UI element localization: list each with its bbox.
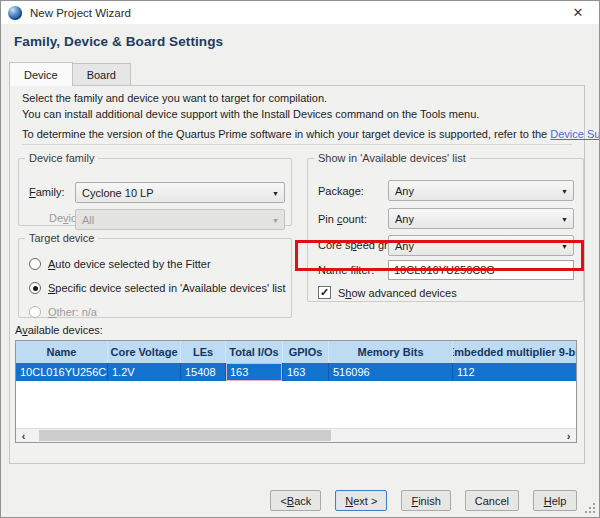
package-combobox-value: Any bbox=[395, 185, 414, 197]
tab-board[interactable]: Board bbox=[73, 63, 131, 86]
table-row-selected[interactable]: 10CL016YU256C8G 1.2V 15408 163 163 51609… bbox=[16, 363, 576, 381]
pin-count-label: Pin count: bbox=[318, 213, 367, 225]
scrollbar-track[interactable] bbox=[31, 429, 561, 442]
name-filter-label: Name filter: bbox=[318, 264, 374, 276]
column-header-embedded-multiplier[interactable]: Embedded multiplier 9-bit bbox=[452, 341, 576, 363]
resize-grip[interactable] bbox=[585, 503, 595, 513]
column-header-memory-bits[interactable]: Memory Bits bbox=[328, 341, 452, 363]
scroll-right-icon[interactable]: › bbox=[561, 429, 576, 442]
cell-les[interactable]: 15408 bbox=[180, 363, 225, 381]
column-header-core-voltage[interactable]: Core Voltage bbox=[107, 341, 180, 363]
show-advanced-devices-label: Show advanced devices bbox=[338, 287, 457, 299]
cell-name[interactable]: 10CL016YU256C8G bbox=[16, 363, 107, 381]
intro-separator bbox=[22, 144, 572, 145]
intro-line-2: You can install additional device suppor… bbox=[22, 108, 479, 120]
window-title: New Project Wizard bbox=[30, 7, 131, 19]
cell-total-ios[interactable]: 163 bbox=[225, 363, 282, 381]
cell-memory-bits[interactable]: 516096 bbox=[328, 363, 452, 381]
chevron-down-icon: ▼ bbox=[561, 216, 568, 223]
available-devices-label: Available devices: bbox=[15, 324, 103, 336]
target-device-legend: Target device bbox=[25, 232, 98, 244]
device-support-list-link[interactable]: Device Support List bbox=[550, 128, 600, 140]
intro-line-3: To determine the version of the Quartus … bbox=[22, 128, 600, 140]
name-filter-input[interactable] bbox=[388, 260, 574, 280]
show-advanced-devices-checkbox[interactable]: ✓ Show advanced devices bbox=[318, 286, 457, 299]
pin-count-combobox-value: Any bbox=[395, 213, 414, 225]
tab-bar: Device Board bbox=[9, 62, 131, 86]
package-label: Package: bbox=[318, 185, 364, 197]
column-header-gpios[interactable]: GPIOs bbox=[282, 341, 328, 363]
device-combobox: All ▼ bbox=[75, 209, 285, 230]
radio-icon bbox=[29, 258, 41, 270]
radio-other: Other: n/a bbox=[29, 306, 97, 318]
family-label: Family: bbox=[29, 186, 64, 198]
checkbox-checked-icon: ✓ bbox=[318, 286, 331, 299]
tab-device[interactable]: Device bbox=[9, 62, 73, 86]
show-filters-group: Show in 'Available devices' list Package… bbox=[307, 152, 584, 302]
column-header-total-ios[interactable]: Total I/Os bbox=[225, 341, 282, 363]
chevron-down-icon: ▼ bbox=[272, 217, 279, 224]
scroll-left-icon[interactable]: ‹ bbox=[16, 429, 31, 442]
radio-auto-device[interactable]: Auto device selected by the Fitter bbox=[29, 258, 211, 270]
radio-checked-icon bbox=[29, 282, 41, 294]
available-devices-table: Name Core Voltage LEs Total I/Os GPIOs M… bbox=[15, 340, 577, 443]
device-family-legend: Device family bbox=[25, 152, 98, 164]
device-combobox-value: All bbox=[82, 214, 94, 226]
family-combobox[interactable]: Cyclone 10 LP ▼ bbox=[75, 182, 285, 203]
column-header-name[interactable]: Name bbox=[16, 341, 107, 363]
table-header-row: Name Core Voltage LEs Total I/Os GPIOs M… bbox=[16, 341, 576, 363]
core-speed-grade-combobox-value: Any bbox=[395, 240, 414, 252]
package-combobox[interactable]: Any ▼ bbox=[388, 180, 574, 201]
horizontal-scrollbar[interactable]: ‹ › bbox=[16, 428, 576, 442]
device-family-group: Device family Family: Cyclone 10 LP ▼ De… bbox=[18, 152, 292, 226]
family-combobox-value: Cyclone 10 LP bbox=[82, 187, 154, 199]
next-button[interactable]: Next > bbox=[335, 490, 387, 511]
quartus-app-icon bbox=[8, 6, 22, 20]
back-button[interactable]: < Back bbox=[270, 490, 321, 511]
page-title: Family, Device & Board Settings bbox=[14, 34, 223, 49]
chevron-down-icon: ▼ bbox=[561, 243, 568, 250]
radio-auto-device-label: Auto device selected by the Fitter bbox=[48, 258, 211, 270]
title-bar: New Project Wizard ✕ bbox=[1, 1, 599, 24]
close-icon[interactable]: ✕ bbox=[557, 1, 599, 24]
intro-line-3-text: To determine the version of the Quartus … bbox=[22, 128, 550, 140]
intro-line-1: Select the family and device you want to… bbox=[22, 92, 327, 104]
column-header-les[interactable]: LEs bbox=[180, 341, 225, 363]
radio-other-label: Other: n/a bbox=[48, 306, 97, 318]
cell-gpios[interactable]: 163 bbox=[282, 363, 328, 381]
chevron-down-icon: ▼ bbox=[561, 188, 568, 195]
finish-button[interactable]: Finish bbox=[401, 490, 450, 511]
cancel-button[interactable]: Cancel bbox=[465, 490, 519, 511]
chevron-down-icon: ▼ bbox=[272, 190, 279, 197]
device-tab-panel: Select the family and device you want to… bbox=[9, 85, 585, 464]
cell-embedded-multiplier[interactable]: 112 bbox=[452, 363, 576, 381]
target-device-group: Target device Auto device selected by th… bbox=[18, 232, 292, 318]
help-button[interactable]: Help bbox=[533, 490, 577, 511]
pin-count-combobox[interactable]: Any ▼ bbox=[388, 208, 574, 229]
scrollbar-thumb[interactable] bbox=[39, 430, 331, 441]
radio-specific-device-label: Specific device selected in 'Available d… bbox=[48, 282, 286, 294]
show-filters-legend: Show in 'Available devices' list bbox=[314, 152, 470, 164]
core-speed-grade-combobox[interactable]: Any ▼ bbox=[388, 235, 574, 256]
cell-core-voltage[interactable]: 1.2V bbox=[107, 363, 180, 381]
dialog-button-bar: < Back Next > Finish Cancel Help bbox=[270, 490, 577, 511]
radio-disabled-icon bbox=[29, 306, 41, 318]
radio-specific-device[interactable]: Specific device selected in 'Available d… bbox=[29, 282, 286, 294]
new-project-wizard-dialog: New Project Wizard ✕ Family, Device & Bo… bbox=[0, 0, 600, 518]
